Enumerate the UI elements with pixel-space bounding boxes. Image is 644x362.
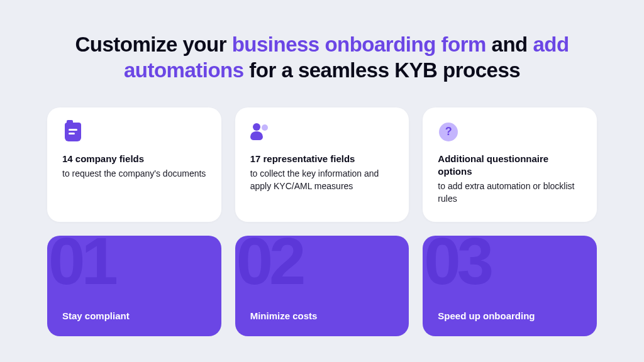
feature-card-desc: to collect the key information and apply… <box>250 167 394 193</box>
people-icon <box>250 121 272 143</box>
feature-cards-row: 14 company fields to request the company… <box>47 107 597 222</box>
benefit-number: 02 <box>236 236 303 294</box>
benefit-label: Minimize costs <box>250 310 394 321</box>
question-icon: ? <box>438 121 459 143</box>
feature-card-title: 17 representative fields <box>250 153 394 165</box>
headline-part2: and <box>486 33 533 56</box>
benefit-tiles-row: 01 Stay compliant 02 Minimize costs 03 S… <box>47 236 597 336</box>
feature-card-title: 14 company fields <box>62 153 206 165</box>
headline-part3: for a seamless KYB process <box>244 58 521 82</box>
benefit-label: Speed up onboarding <box>438 310 582 321</box>
headline-accent1: business onboarding form <box>232 33 486 56</box>
feature-card-desc: to add extra automation or blocklist rul… <box>438 180 582 206</box>
benefit-tile-onboarding: 03 Speed up onboarding <box>423 236 597 336</box>
benefit-number: 01 <box>48 236 114 294</box>
main-headline: Customize your business onboarding form … <box>47 31 597 84</box>
benefit-tile-costs: 02 Minimize costs <box>235 236 409 336</box>
feature-card-company-fields: 14 company fields to request the company… <box>47 107 221 222</box>
document-icon <box>62 121 84 143</box>
benefit-label: Stay compliant <box>62 310 206 321</box>
feature-card-desc: to request the company's documents <box>62 167 206 180</box>
feature-card-questionnaire-options: ? Additional questionnaire options to ad… <box>423 107 597 222</box>
feature-card-representative-fields: 17 representative fields to collect the … <box>235 107 409 222</box>
headline-part1: Customize your <box>75 33 231 56</box>
benefit-tile-compliant: 01 Stay compliant <box>47 236 221 336</box>
feature-card-title: Additional questionnaire options <box>438 153 582 178</box>
benefit-number: 03 <box>424 236 490 294</box>
